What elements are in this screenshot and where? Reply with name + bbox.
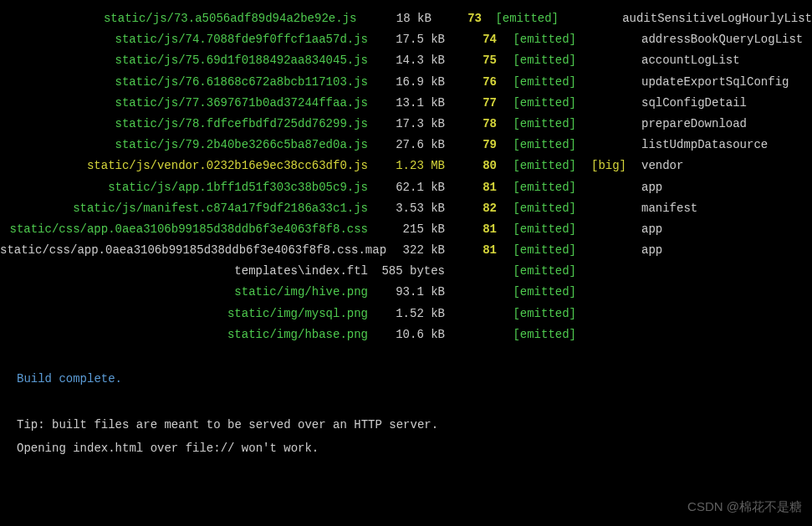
build-footer: Build complete. Tip: built files are mea…	[0, 369, 812, 460]
asset-row: static/js/78.fdfcefbdfd725dd76299.js17.3…	[0, 114, 812, 135]
emitted-flag: [emitted]	[497, 219, 576, 240]
emitted-flag: [emitted]	[497, 282, 576, 303]
emitted-flag: [emitted]	[497, 29, 576, 50]
asset-row: static/js/manifest.c874a17f9df2186a33c1.…	[0, 198, 812, 219]
asset-size: 3.53 kB	[376, 198, 445, 219]
asset-row: static/css/app.0aea3106b99185d38ddb6f3e4…	[0, 219, 812, 240]
tip-line-1: Tip: built files are meant to be served …	[17, 413, 812, 437]
chunk-name: addressBookQueryLogList	[626, 29, 803, 50]
asset-path: static/img/hive.png	[0, 282, 376, 303]
chunk-name: app	[626, 177, 662, 198]
emitted-flag: [emitted]	[497, 114, 576, 135]
asset-size: 14.3 kB	[376, 50, 445, 71]
big-flag: [big]	[576, 156, 626, 176]
asset-size: 93.1 kB	[376, 282, 445, 303]
asset-size: 17.3 kB	[376, 114, 445, 135]
asset-row: static/js/73.a5056adf89d94a2be92e.js18 k…	[0, 8, 812, 29]
chunk-name: auditSensitiveLogHourlyList	[607, 8, 812, 29]
asset-path: static/js/79.2b40be3266c5ba87ed0a.js	[0, 135, 376, 156]
asset-row: static/js/app.1bff1d51f303c38b05c9.js62.…	[0, 177, 812, 198]
asset-path: static/js/vendor.0232b16e9ec38cc63df0.js	[0, 156, 376, 176]
chunk-id: 77	[445, 93, 497, 114]
asset-row: static/img/hive.png93.1 kB[emitted]	[0, 282, 812, 303]
asset-row: static/css/app.0aea3106b99185d38ddb6f3e4…	[0, 240, 812, 261]
asset-path: static/js/77.3697671b0ad37244ffaa.js	[0, 93, 376, 114]
emitted-flag: [emitted]	[497, 304, 576, 324]
emitted-flag: [emitted]	[497, 198, 576, 219]
asset-row: static/js/76.61868c672a8bcb117103.js16.9…	[0, 72, 812, 93]
chunk-id: 74	[445, 29, 497, 50]
asset-row: static/img/mysql.png1.52 kB[emitted]	[0, 304, 812, 324]
chunk-id: 75	[445, 50, 497, 71]
asset-row: static/js/75.69d1f0188492aa834045.js14.3…	[0, 50, 812, 71]
asset-size: 18 kB	[365, 8, 431, 29]
chunk-name: app	[626, 219, 662, 240]
chunk-id: 81	[445, 219, 497, 240]
asset-path: static/img/mysql.png	[0, 304, 376, 324]
emitted-flag: [emitted]	[497, 324, 576, 345]
chunk-id: 76	[445, 72, 497, 93]
asset-size: 10.6 kB	[376, 324, 445, 345]
tip-line-2: Opening index.html over file:// won't wo…	[17, 437, 812, 460]
chunk-name: app	[626, 240, 662, 261]
chunk-name: accountLogList	[626, 50, 740, 71]
emitted-flag: [emitted]	[497, 177, 576, 198]
emitted-flag: [emitted]	[497, 50, 576, 71]
emitted-flag: [emitted]	[497, 93, 576, 114]
asset-size: 322 kB	[376, 240, 445, 261]
asset-path: static/js/manifest.c874a17f9df2186a33c1.…	[0, 198, 376, 219]
asset-path: static/css/app.0aea3106b99185d38ddb6f3e4…	[0, 219, 376, 240]
asset-size: 62.1 kB	[376, 177, 445, 198]
asset-path: static/js/75.69d1f0188492aa834045.js	[0, 50, 376, 71]
asset-size: 16.9 kB	[376, 72, 445, 93]
chunk-name: updateExportSqlConfig	[626, 72, 789, 93]
asset-size: 27.6 kB	[376, 135, 445, 156]
asset-size: 17.5 kB	[376, 29, 445, 50]
asset-path: static/js/76.61868c672a8bcb117103.js	[0, 72, 376, 93]
chunk-id: 80	[445, 156, 497, 176]
emitted-flag: [emitted]	[497, 72, 576, 93]
asset-size: 585 bytes	[376, 261, 445, 282]
asset-size: 13.1 kB	[376, 93, 445, 114]
emitted-flag: [emitted]	[497, 156, 576, 176]
asset-path: static/js/app.1bff1d51f303c38b05c9.js	[0, 177, 376, 198]
asset-size: 1.52 kB	[376, 304, 445, 324]
emitted-flag: [emitted]	[497, 261, 576, 282]
asset-path: templates\index.ftl	[0, 261, 376, 282]
asset-row: static/js/74.7088fde9f0ffcf1aa57d.js17.5…	[0, 29, 812, 50]
chunk-name: sqlConfigDetail	[626, 93, 747, 114]
watermark: CSDN @棉花不是糖	[687, 495, 802, 518]
chunk-id: 82	[445, 198, 497, 219]
chunk-id: 78	[445, 114, 497, 135]
build-output-table: static/js/73.a5056adf89d94a2be92e.js18 k…	[0, 8, 812, 345]
asset-size: 215 kB	[376, 219, 445, 240]
chunk-name: manifest	[626, 198, 697, 219]
emitted-flag: [emitted]	[497, 240, 576, 261]
emitted-flag: [emitted]	[482, 8, 559, 29]
asset-row: templates\index.ftl585 bytes[emitted]	[0, 261, 812, 282]
chunk-name: prepareDownload	[626, 114, 747, 135]
chunk-id: 73	[432, 8, 482, 29]
asset-row: static/js/vendor.0232b16e9ec38cc63df0.js…	[0, 156, 812, 176]
chunk-name: vendor	[626, 156, 683, 176]
emitted-flag: [emitted]	[497, 135, 576, 156]
asset-row: static/js/77.3697671b0ad37244ffaa.js13.1…	[0, 93, 812, 114]
build-complete-message: Build complete.	[17, 369, 812, 390]
chunk-name: listUdmpDatasource	[626, 135, 768, 156]
chunk-id: 81	[445, 177, 497, 198]
asset-path: static/js/73.a5056adf89d94a2be92e.js	[0, 8, 365, 29]
asset-row: static/js/79.2b40be3266c5ba87ed0a.js27.6…	[0, 135, 812, 156]
asset-row: static/img/hbase.png10.6 kB[emitted]	[0, 324, 812, 345]
chunk-id: 81	[445, 240, 497, 261]
asset-path: static/js/78.fdfcefbdfd725dd76299.js	[0, 114, 376, 135]
asset-path: static/img/hbase.png	[0, 324, 376, 345]
chunk-id: 79	[445, 135, 497, 156]
asset-path: static/js/74.7088fde9f0ffcf1aa57d.js	[0, 29, 376, 50]
asset-path: static/css/app.0aea3106b99185d38ddb6f3e4…	[0, 240, 376, 261]
asset-size: 1.23 MB	[376, 156, 445, 176]
